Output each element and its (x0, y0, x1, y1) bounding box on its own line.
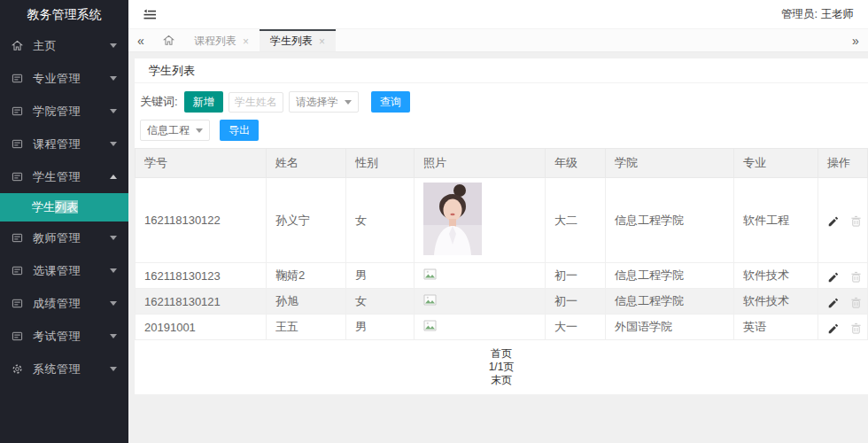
chevron-down-icon (110, 109, 117, 113)
sidebar-item-student-mgmt[interactable]: 学生管理 (0, 160, 128, 193)
sidebar-item-score-mgmt[interactable]: 成绩管理 (0, 287, 128, 320)
delete-icon[interactable] (850, 271, 862, 283)
last-page-link[interactable]: 末页 (135, 374, 868, 387)
sidebar-item-course-mgmt[interactable]: 课程管理 (0, 128, 128, 160)
module-icon (12, 298, 25, 309)
tabs-scroll-left-button[interactable]: « (128, 29, 153, 51)
add-button[interactable]: 新增 (184, 91, 223, 113)
panel-title: 学生列表 (135, 58, 868, 83)
col-name: 姓名 (267, 149, 346, 178)
chevron-down-icon (110, 142, 117, 146)
college-select[interactable]: 信息工程 (140, 120, 210, 141)
tab-label: 课程列表 (194, 34, 236, 49)
home-tab-icon[interactable] (153, 29, 183, 51)
cell-grade: 初一 (546, 263, 606, 289)
tab-course-list[interactable]: 课程列表 × (183, 29, 260, 51)
close-icon[interactable]: × (319, 36, 325, 47)
broken-image-icon (423, 294, 437, 306)
cell-major: 软件技术 (734, 263, 818, 289)
sidebar-item-college-mgmt[interactable]: 学院管理 (0, 95, 128, 128)
grade-select[interactable]: 请选择学 (289, 91, 359, 113)
edit-icon[interactable] (827, 297, 839, 308)
delete-icon[interactable] (850, 323, 862, 334)
main-area: 管理员: 王老师 « 课程列表 × 学生列表 × » 学生列表 关键词: 新增 (128, 0, 868, 443)
sidebar-item-major-mgmt[interactable]: 专业管理 (0, 62, 128, 95)
cell-major: 软件技术 (734, 289, 818, 315)
cell-photo (415, 263, 546, 289)
gear-icon (12, 363, 25, 375)
chevron-down-icon (110, 334, 117, 338)
cell-name: 孙义宁 (267, 178, 346, 263)
close-icon[interactable]: × (243, 36, 249, 47)
cell-college: 外国语学院 (606, 315, 734, 340)
chevron-down-icon (196, 128, 203, 133)
sidebar-nav: 主页 专业管理 学院管理 课程管理 (0, 29, 128, 385)
table-row: 162118130123 鞠婧2 男 初一 信息工程学院 软件技术 (136, 263, 868, 289)
sidebar-item-student-list[interactable]: 学生列表 (0, 193, 128, 222)
tab-label: 学生列表 (270, 34, 313, 49)
tab-bar: « 课程列表 × 学生列表 × » (128, 29, 868, 52)
edit-icon[interactable] (827, 323, 839, 334)
sidebar-item-home[interactable]: 主页 (0, 29, 128, 62)
cell-gender: 男 (346, 263, 415, 289)
cell-student-id: 162118130123 (136, 263, 267, 289)
broken-image-icon (423, 320, 437, 331)
table-header-row: 学号 姓名 性别 照片 年级 学院 专业 操作 (136, 149, 868, 178)
cell-grade: 大一 (546, 315, 606, 340)
admin-user-label: 管理员: 王老师 (781, 7, 854, 22)
sidebar-item-label: 专业管理 (33, 71, 110, 87)
col-major: 专业 (734, 149, 818, 178)
module-icon (12, 73, 25, 84)
cell-college: 信息工程学院 (606, 289, 734, 315)
module-icon (12, 105, 25, 117)
export-button[interactable]: 导出 (220, 120, 259, 141)
col-photo: 照片 (415, 149, 546, 178)
sidebar-item-course-select-mgmt[interactable]: 选课管理 (0, 254, 128, 287)
col-college: 学院 (606, 149, 734, 178)
page-info: 1/1页 (135, 361, 868, 374)
chevron-down-icon (110, 268, 117, 273)
student-table: 学号 姓名 性别 照片 年级 学院 专业 操作 162118130122 孙义宁 (135, 148, 868, 340)
delete-icon[interactable] (850, 215, 862, 227)
cell-name: 鞠婧2 (267, 263, 346, 289)
content-area: 学生列表 关键词: 新增 请选择学 查询 信息工程 (128, 52, 868, 443)
menu-collapse-icon[interactable] (143, 8, 157, 20)
edit-icon[interactable] (827, 215, 839, 227)
chevron-down-icon (110, 76, 117, 81)
cell-gender: 男 (346, 315, 415, 340)
chevron-down-icon (345, 100, 352, 105)
table-row: 20191001 王五 男 大一 外国语学院 英语 (136, 315, 868, 340)
sidebar-item-label: 教师管理 (33, 230, 110, 246)
tab-student-list[interactable]: 学生列表 × (260, 29, 336, 51)
sidebar-item-label: 主页 (33, 38, 110, 54)
sidebar-item-label: 考试管理 (33, 329, 110, 345)
cell-student-id: 162118130122 (136, 178, 267, 263)
col-gender: 性别 (346, 149, 415, 178)
keyword-label: 关键词: (140, 94, 178, 110)
edit-icon[interactable] (827, 271, 839, 283)
sidebar-item-system-mgmt[interactable]: 系统管理 (0, 353, 128, 385)
cell-grade: 大二 (546, 178, 606, 263)
chevron-down-icon (110, 301, 117, 306)
text-selection-highlight: 列表 (55, 200, 78, 214)
student-list-panel: 学生列表 关键词: 新增 请选择学 查询 信息工程 (135, 58, 868, 394)
delete-icon[interactable] (850, 297, 862, 308)
broken-image-icon (423, 268, 437, 280)
cell-college: 信息工程学院 (606, 178, 734, 263)
first-page-link[interactable]: 首页 (135, 347, 868, 361)
cell-major: 软件工程 (734, 178, 818, 263)
student-name-input[interactable] (229, 92, 283, 113)
sidebar-item-exam-mgmt[interactable]: 考试管理 (0, 320, 128, 353)
search-button[interactable]: 查询 (371, 91, 410, 113)
cell-photo (415, 289, 546, 315)
top-header: 管理员: 王老师 (128, 0, 868, 29)
sidebar-item-label: 学院管理 (33, 104, 110, 120)
sidebar-item-teacher-mgmt[interactable]: 教师管理 (0, 222, 128, 254)
tabs-scroll-right-button[interactable]: » (843, 29, 868, 51)
cell-grade: 初一 (546, 289, 606, 315)
pagination: 首页 1/1页 末页 (135, 347, 868, 387)
chevron-down-icon (110, 367, 117, 371)
col-student-id: 学号 (136, 149, 267, 178)
sidebar: 教务管理系统 主页 专业管理 学院管理 课 (0, 0, 128, 443)
cell-major: 英语 (734, 315, 818, 340)
